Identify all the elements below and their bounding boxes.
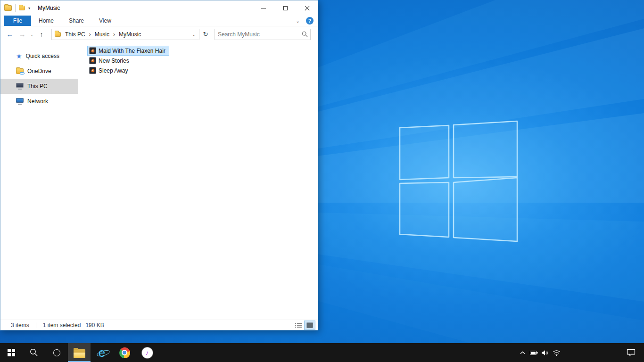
details-view-button[interactable] [293,321,304,329]
file-item-selected[interactable]: Maid With The Flaxen Hair [87,46,169,56]
desktop: ▾ MyMusic File Home Share View ⌄ ? ← → ⌄… [0,0,644,362]
sidebar-item-label: OneDrive [27,68,51,74]
file-item[interactable]: New Stories [87,56,133,66]
onedrive-icon [16,68,24,74]
details-view-icon [295,322,302,328]
chevron-up-icon [520,351,525,354]
window-title: MyMusic [38,5,60,11]
tab-home[interactable]: Home [31,16,61,26]
sidebar-item-quick-access[interactable]: ★ Quick access [0,49,78,64]
titlebar-separator [15,4,16,12]
search-icon[interactable] [299,31,310,37]
breadcrumb-this-pc[interactable]: This PC [62,31,89,38]
file-item[interactable]: Sleep Away [87,66,132,75]
up-button[interactable]: ↑ [35,28,48,41]
taskbar-search-button[interactable] [23,343,45,362]
expand-ribbon-icon[interactable]: ⌄ [296,18,300,24]
maximize-button[interactable] [274,0,296,16]
status-divider [36,322,36,328]
sidebar-item-label: Network [27,98,48,105]
minimize-icon [261,8,266,8]
start-button[interactable] [0,343,23,362]
close-button[interactable] [296,0,318,16]
large-icons-view-icon [306,322,313,328]
search-icon [30,348,38,357]
cortana-icon [53,349,60,356]
music-file-icon [89,47,96,54]
help-icon[interactable]: ? [306,17,314,25]
file-name: Sleep Away [99,67,128,74]
back-button[interactable]: ← [4,28,16,41]
recent-locations-chevron-icon[interactable]: ⌄ [28,28,35,41]
system-tray [517,343,562,362]
quick-access-toolbar-icon[interactable] [19,6,25,10]
sidebar-item-network[interactable]: Network [0,94,78,109]
quick-access-star-icon: ★ [16,53,22,59]
file-name: New Stories [99,58,129,64]
tab-view[interactable]: View [91,16,119,26]
itunes-icon: ♪ [142,347,153,358]
battery-icon [530,350,538,355]
ribbon-right-controls: ⌄ ? [296,16,318,26]
refresh-button[interactable]: ↻ [199,28,212,41]
taskbar-itunes-button[interactable]: ♪ [136,343,158,362]
address-dropdown-icon[interactable]: ⌄ [189,32,199,37]
action-center-icon [627,349,636,357]
quick-access-toolbar-chevron-icon[interactable]: ▾ [28,6,30,10]
forward-button[interactable]: → [16,28,28,41]
view-toggle-group [292,321,315,329]
window-folder-icon [4,5,12,11]
navigation-bar: ← → ⌄ ↑ This PC › Music › MyMusic ⌄ ↻ [0,26,318,42]
window-body: ★ Quick access OneDrive This PC Network [0,42,318,320]
ribbon-tab-bar: File Home Share View ⌄ ? [0,16,318,26]
chrome-icon [119,347,130,358]
file-explorer-icon [74,349,85,358]
status-selection: 1 item selected [43,322,81,329]
file-explorer-window: ▾ MyMusic File Home Share View ⌄ ? ← → ⌄… [0,0,318,330]
music-file-icon [89,67,96,74]
status-size: 190 KB [85,322,104,329]
internet-explorer-icon: e [99,346,105,359]
close-icon [305,6,310,11]
wifi-icon [553,350,561,356]
speaker-icon [542,350,549,356]
cortana-button[interactable] [45,343,68,362]
sidebar-item-this-pc[interactable]: This PC [0,79,78,94]
taskbar: e ♪ [0,343,644,362]
taskbar-chrome-button[interactable] [113,343,136,362]
window-controls [253,0,318,16]
action-center-button[interactable] [618,343,644,362]
network-wifi-button[interactable] [551,343,562,362]
address-bar[interactable]: This PC › Music › MyMusic ⌄ [51,29,199,40]
title-bar[interactable]: ▾ MyMusic [0,0,318,16]
taskbar-internet-explorer-button[interactable]: e [91,343,113,362]
status-bar: 3 items 1 item selected 190 KB [0,320,318,330]
this-pc-icon [16,83,24,90]
taskbar-file-explorer-button[interactable] [68,343,91,362]
battery-button[interactable] [528,343,539,362]
address-folder-icon [55,32,61,37]
breadcrumb-mymusic[interactable]: MyMusic [116,31,144,38]
maximize-icon [283,6,288,10]
large-icons-view-button[interactable] [305,321,315,329]
music-file-icon [89,57,96,64]
file-list[interactable]: Maid With The Flaxen Hair New Stories Sl… [78,42,318,320]
sidebar-item-label: Quick access [26,53,59,59]
tab-share[interactable]: Share [61,16,91,26]
navigation-pane: ★ Quick access OneDrive This PC Network [0,42,78,320]
search-box [215,29,311,40]
show-hidden-icons-button[interactable] [517,343,528,362]
sidebar-item-onedrive[interactable]: OneDrive [0,64,78,79]
windows-logo-icon [8,349,15,356]
sidebar-item-label: This PC [27,83,48,90]
breadcrumb-music[interactable]: Music [91,31,113,38]
minimize-button[interactable] [253,0,274,16]
tab-file[interactable]: File [4,16,31,26]
status-item-count: 3 items [11,322,29,329]
file-name: Maid With The Flaxen Hair [99,48,165,54]
network-icon [16,98,24,105]
volume-button[interactable] [539,343,551,362]
search-input[interactable] [215,31,299,38]
